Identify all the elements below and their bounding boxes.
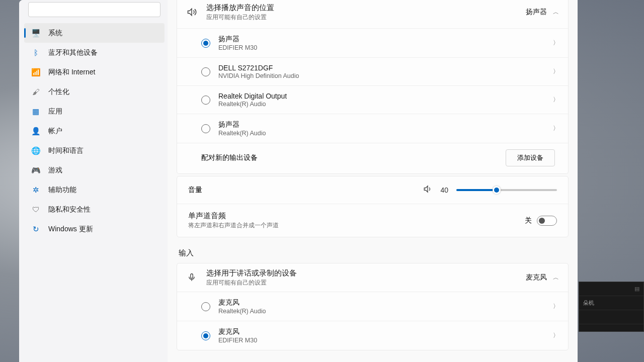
sidebar-item-accounts[interactable]: 👤 帐户: [24, 121, 165, 141]
sidebar-item-label: Windows 更新: [48, 225, 93, 234]
chevron-right-icon: 〉: [553, 124, 559, 133]
volume-card: 音量 40 单声道音频 将左声道和右声道合并成一个声道 关: [177, 176, 569, 237]
input-device-row[interactable]: 麦克风 EDIFIER M30 〉: [177, 321, 568, 350]
input-current: 麦克风: [526, 273, 547, 282]
apps-icon: ▦: [31, 107, 40, 116]
radio[interactable]: [201, 96, 210, 105]
main-content: 选择播放声音的位置 应用可能有自己的设置 扬声器 ︿ 扬声器 EDIFIER M…: [168, 0, 578, 362]
pair-output-row: 配对新的输出设备 添加设备: [177, 143, 568, 173]
output-device-row[interactable]: DELL S2721DGF NVIDIA High Definition Aud…: [177, 57, 568, 85]
peek-row: [579, 310, 643, 324]
device-name: 扬声器: [218, 35, 545, 44]
sidebar-item-privacy[interactable]: 🛡 隐私和安全性: [24, 200, 165, 219]
radio[interactable]: [201, 124, 210, 133]
device-name: 麦克风: [218, 298, 545, 307]
sidebar-item-label: 游戏: [48, 166, 62, 175]
device-sub: Realtek(R) Audio: [218, 308, 545, 315]
input-sub: 应用可能有自己的设置: [206, 279, 517, 287]
sidebar-item-bluetooth[interactable]: ᛒ 蓝牙和其他设备: [24, 43, 165, 62]
chevron-right-icon: 〉: [553, 302, 559, 311]
output-device-row[interactable]: 扬声器 EDIFIER M30 〉: [177, 28, 568, 57]
device-name: DELL S2721DGF: [218, 64, 545, 72]
device-name: Realtek Digital Output: [218, 92, 545, 100]
chevron-right-icon: 〉: [553, 331, 559, 340]
device-name: 扬声器: [218, 120, 545, 129]
pair-label: 配对新的输出设备: [201, 153, 258, 162]
add-device-button[interactable]: 添加设备: [506, 149, 555, 166]
brush-icon: 🖌: [31, 87, 40, 97]
mono-sub: 将左声道和右声道合并成一个声道: [188, 221, 517, 230]
sidebar-item-label: 隐私和安全性: [48, 205, 91, 214]
sidebar-item-time-language[interactable]: 🌐 时间和语言: [24, 141, 165, 160]
toggle-state: 关: [525, 216, 532, 225]
nav-list: 🖥️ 系统 ᛒ 蓝牙和其他设备 📶 网络和 Internet 🖌 个性化 ▦ 应…: [24, 23, 165, 239]
sidebar-item-label: 个性化: [48, 87, 69, 97]
chevron-right-icon: 〉: [553, 39, 559, 47]
sidebar-item-gaming[interactable]: 🎮 游戏: [24, 160, 165, 180]
display-icon: 🖥️: [31, 29, 40, 38]
background-window-peek: ▤ 朵机: [579, 282, 644, 332]
sidebar-item-label: 网络和 Internet: [48, 68, 95, 77]
device-sub: EDIFIER M30: [218, 44, 545, 51]
shield-icon: 🛡: [31, 205, 40, 214]
device-sub: Realtek(R) Audio: [218, 101, 545, 108]
input-header[interactable]: 选择用于讲话或录制的设备 应用可能有自己的设置 麦克风 ︿: [177, 263, 568, 292]
output-sub: 应用可能有自己的设置: [206, 13, 517, 22]
volume-label: 音量: [188, 186, 415, 195]
update-icon: ↻: [31, 225, 40, 234]
sidebar-item-label: 应用: [48, 107, 62, 116]
globe-icon: 🌐: [31, 146, 40, 155]
svg-rect-0: [191, 274, 193, 279]
slider-thumb[interactable]: [493, 186, 501, 194]
person-icon: 👤: [31, 127, 40, 136]
mono-toggle[interactable]: [537, 216, 557, 226]
sidebar-item-apps[interactable]: ▦ 应用: [24, 102, 165, 121]
mono-title: 单声道音频: [188, 211, 517, 221]
radio-selected[interactable]: [201, 331, 210, 340]
volume-slider[interactable]: [456, 189, 557, 191]
device-name: 麦克风: [218, 327, 545, 336]
sidebar-item-label: 系统: [48, 29, 62, 38]
sidebar-item-accessibility[interactable]: ✲ 辅助功能: [24, 180, 165, 200]
sidebar-item-update[interactable]: ↻ Windows 更新: [24, 219, 165, 239]
peek-row: 朵机: [579, 296, 643, 310]
sidebar-item-label: 时间和语言: [48, 146, 84, 155]
bluetooth-icon: ᛒ: [31, 48, 40, 57]
chevron-up-icon: ︿: [553, 274, 559, 282]
input-device-card: 选择用于讲话或录制的设备 应用可能有自己的设置 麦克风 ︿ 麦克风 Realte…: [177, 263, 569, 350]
device-sub: NVIDIA High Definition Audio: [218, 72, 545, 79]
settings-window: 🖥️ 系统 ᛒ 蓝牙和其他设备 📶 网络和 Internet 🖌 个性化 ▦ 应…: [19, 0, 578, 362]
peek-row: ▤: [579, 282, 643, 296]
output-title: 选择播放声音的位置: [206, 3, 517, 13]
sidebar-item-label: 帐户: [48, 127, 62, 136]
sidebar-item-label: 蓝牙和其他设备: [48, 48, 98, 57]
output-device-card: 选择播放声音的位置 应用可能有自己的设置 扬声器 ︿ 扬声器 EDIFIER M…: [177, 0, 569, 174]
radio[interactable]: [201, 302, 210, 311]
sidebar: 🖥️ 系统 ᛒ 蓝牙和其他设备 📶 网络和 Internet 🖌 个性化 ▦ 应…: [19, 0, 168, 362]
chevron-right-icon: 〉: [553, 96, 559, 104]
chevron-right-icon: 〉: [553, 67, 559, 76]
device-sub: Realtek(R) Audio: [218, 130, 545, 137]
speaker-icon: [186, 7, 197, 17]
input-title: 选择用于讲话或录制的设备: [206, 268, 517, 278]
sidebar-item-network[interactable]: 📶 网络和 Internet: [24, 62, 165, 82]
output-header[interactable]: 选择播放声音的位置 应用可能有自己的设置 扬声器 ︿: [177, 0, 568, 28]
device-sub: EDIFIER M30: [218, 337, 545, 344]
search-input[interactable]: [34, 6, 155, 14]
output-device-row[interactable]: Realtek Digital Output Realtek(R) Audio …: [177, 85, 568, 114]
sidebar-item-system[interactable]: 🖥️ 系统: [24, 23, 165, 43]
radio-selected[interactable]: [201, 39, 210, 48]
radio[interactable]: [201, 67, 210, 76]
sidebar-item-label: 辅助功能: [48, 186, 76, 195]
wifi-icon: 📶: [31, 68, 40, 77]
input-device-row[interactable]: 麦克风 Realtek(R) Audio 〉: [177, 292, 568, 321]
search-box[interactable]: [28, 2, 160, 17]
output-device-row[interactable]: 扬声器 Realtek(R) Audio 〉: [177, 114, 568, 143]
output-current: 扬声器: [526, 8, 547, 17]
input-section-heading: 输入: [179, 248, 569, 258]
chevron-up-icon: ︿: [553, 8, 559, 17]
sidebar-item-personalization[interactable]: 🖌 个性化: [24, 82, 165, 102]
accessibility-icon: ✲: [31, 186, 40, 195]
gamepad-icon: 🎮: [31, 166, 40, 175]
volume-icon[interactable]: [423, 185, 432, 196]
